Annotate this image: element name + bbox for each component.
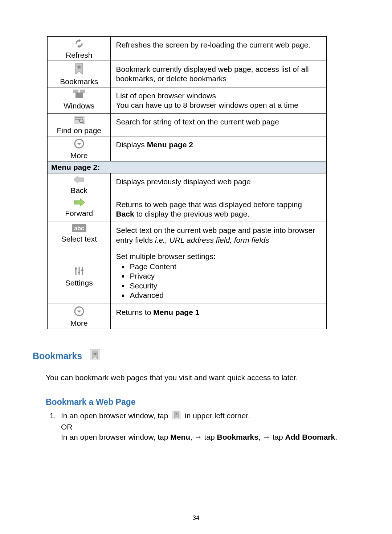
step1-l2h: Add Boomark <box>285 433 335 441</box>
forward-desc-p1: Returns to web page that was displayed b… <box>116 200 302 209</box>
svg-rect-14 <box>75 268 77 270</box>
step1-l2c: , <box>190 433 195 441</box>
refresh-icon <box>49 39 109 50</box>
find-cell: Find on page <box>48 113 111 136</box>
forward-desc: Returns to web page that was displayed b… <box>111 196 327 222</box>
settings-item-0: Page Content <box>129 262 322 271</box>
more-icon <box>49 139 109 151</box>
bookmark-webpage-heading: Bookmark a Web Page <box>46 397 359 407</box>
windows-cell: Windows <box>48 87 111 114</box>
settings-item-1: Privacy <box>129 271 322 281</box>
bookmarks-heading-row: Bookmarks <box>33 349 359 362</box>
step1-or: OR <box>61 423 73 431</box>
back-desc: Displays previously displayed web page <box>111 173 327 196</box>
step1-l2b: Menu <box>170 433 190 441</box>
selecttext-italic: i.e., URL address field, form fields <box>155 236 269 244</box>
bookmark-steps: In an open browser window, tap in upper … <box>58 411 359 443</box>
svg-rect-16 <box>81 270 83 271</box>
svg-rect-4 <box>75 117 83 118</box>
selecttext-desc: Select text on the current web page and … <box>111 222 327 248</box>
forward-desc-p2: to display the previous web page. <box>134 210 250 218</box>
step1-l2d: tap <box>202 433 217 441</box>
bookmarks-desc: Bookmark currently displayed web page, a… <box>111 61 327 87</box>
windows-desc: List of open browser windows You can hav… <box>111 87 327 114</box>
selecttext-cell: abc Select text <box>48 222 111 248</box>
arrow-1: → <box>195 433 202 441</box>
windows-desc-line1: List of open browser windows <box>116 91 216 100</box>
bookmark-inline-icon <box>172 411 181 422</box>
settings-sliders-icon <box>49 266 109 278</box>
step1-post: in upper left corner. <box>183 411 250 420</box>
settings-item-2: Security <box>129 281 322 291</box>
selecttext-label: Select text <box>49 235 109 243</box>
find-desc: Search for string of text on the current… <box>111 113 327 136</box>
bookmarks-cell: Bookmarks <box>48 61 111 87</box>
forward-label: Forward <box>49 209 109 217</box>
step1-pre: In an open browser window, tap <box>61 411 170 420</box>
windows-desc-line2: You can have up to 8 browser windows ope… <box>116 101 298 109</box>
more2-bold: Menu page 1 <box>153 308 199 316</box>
back-arrow-icon <box>49 176 109 185</box>
step1-l2a: In an open browser window, tap <box>61 433 170 441</box>
find-label: Find on page <box>49 126 109 135</box>
more2-cell: More <box>48 304 111 329</box>
step-1: In an open browser window, tap in upper … <box>58 411 359 443</box>
more-desc-bold: Menu page 2 <box>147 140 193 149</box>
svg-text:abc: abc <box>74 225 84 231</box>
back-cell: Back <box>48 173 111 196</box>
more2-label: More <box>49 319 109 327</box>
svg-rect-15 <box>78 272 80 273</box>
bookmarks-paragraph: You can bookmark web pages that you visi… <box>46 373 359 382</box>
bookmarks-label: Bookmarks <box>49 77 109 86</box>
refresh-desc: Refreshes the screen by re-loading the c… <box>111 37 327 61</box>
select-text-icon: abc <box>49 224 109 234</box>
more-desc-prefix: Displays <box>116 140 147 149</box>
settings-list: Page Content Privacy Security Advanced <box>129 262 322 300</box>
settings-item-3: Advanced <box>129 291 322 300</box>
bookmarks-heading: Bookmarks <box>33 351 82 361</box>
find-on-page-icon <box>49 116 109 126</box>
bookmark-ribbon-icon <box>49 63 109 77</box>
forward-cell: Forward <box>48 196 111 222</box>
windows-label: Windows <box>49 102 109 110</box>
browser-menu-table: Refresh Refreshes the screen by re-loadi… <box>47 36 327 329</box>
more2-desc: Returns to Menu page 1 <box>111 304 327 329</box>
step1-l2i: . <box>335 433 337 441</box>
page-number: 34 <box>0 514 392 522</box>
settings-label: Settings <box>49 279 109 287</box>
svg-rect-2 <box>75 93 83 98</box>
more-label: More <box>49 151 109 160</box>
menu-page-2-header: Menu page 2: <box>48 161 327 173</box>
back-label: Back <box>49 186 109 194</box>
refresh-cell: Refresh <box>48 37 111 61</box>
windows-icon <box>49 90 109 101</box>
arrow-2: → <box>263 433 270 441</box>
more-icon-2 <box>49 306 109 318</box>
step1-l2g: tap <box>270 433 285 441</box>
settings-desc: Set multiple browser settings: Page Cont… <box>111 248 327 304</box>
more-cell: More <box>48 136 111 161</box>
settings-lead: Set multiple browser settings: <box>116 252 215 260</box>
refresh-label: Refresh <box>49 51 109 59</box>
step1-l2f: , <box>258 433 263 441</box>
step1-l2e: Bookmarks <box>217 433 258 441</box>
bookmark-heading-icon <box>90 349 100 362</box>
more-desc: Displays Menu page 2 <box>111 136 327 161</box>
forward-desc-bold: Back <box>116 210 134 218</box>
settings-cell: Settings <box>48 248 111 304</box>
forward-arrow-icon <box>49 198 109 208</box>
more2-prefix: Returns to <box>116 308 153 316</box>
